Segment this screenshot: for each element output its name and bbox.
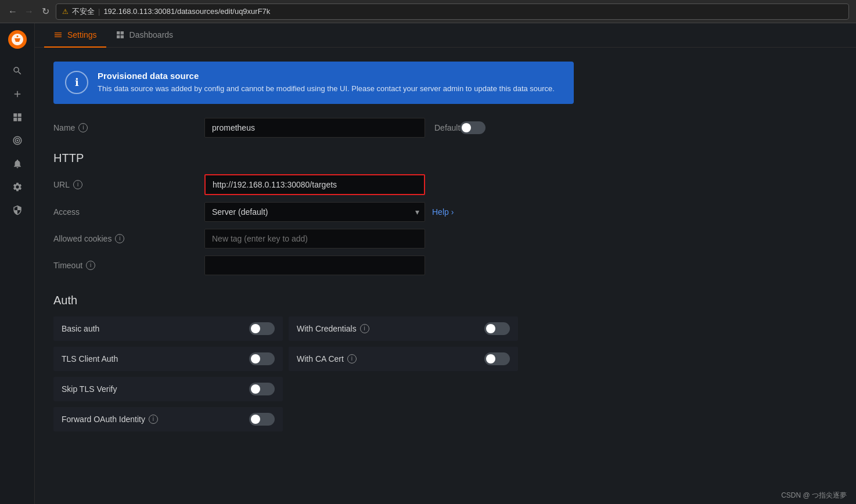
- grafana-logo[interactable]: [6, 28, 29, 51]
- with-ca-cert-row: With CA Cert i: [289, 347, 518, 371]
- name-info-icon[interactable]: i: [78, 123, 88, 132]
- with-ca-cert-label: With CA Cert i: [297, 354, 357, 363]
- skip-tls-verify-toggle[interactable]: [249, 383, 275, 395]
- main-content: Settings Dashboards ℹ Provisioned data s…: [35, 23, 856, 504]
- forward-oauth-info-icon[interactable]: i: [149, 415, 158, 424]
- sidebar-item-settings[interactable]: [7, 177, 28, 197]
- url-separator: |: [98, 7, 100, 16]
- tls-client-auth-label: TLS Client Auth: [62, 354, 118, 363]
- sidebar-item-search[interactable]: [7, 60, 28, 81]
- provision-text: Provisioned data source This data source…: [98, 71, 555, 95]
- auth-heading: Auth: [53, 294, 574, 307]
- basic-auth-label: Basic auth: [62, 324, 99, 333]
- security-warning-icon: ⚠: [62, 8, 69, 16]
- allowed-cookies-label: Allowed cookies i: [53, 234, 204, 243]
- allowed-cookies-info-icon[interactable]: i: [115, 234, 124, 243]
- with-credentials-label: With Credentials i: [297, 324, 369, 333]
- provision-title: Provisioned data source: [98, 71, 555, 81]
- app-wrapper: Settings Dashboards ℹ Provisioned data s…: [0, 23, 856, 504]
- forward-oauth-label: Forward OAuth Identity i: [62, 415, 158, 424]
- sidebar-item-add[interactable]: [7, 84, 28, 105]
- tls-client-auth-row: TLS Client Auth: [53, 347, 283, 371]
- url-row: URL i: [53, 174, 574, 195]
- sidebar-item-alerts[interactable]: [7, 153, 28, 174]
- default-toggle[interactable]: [460, 121, 485, 134]
- basic-auth-row: Basic auth: [53, 316, 283, 341]
- url-input-wrapper: [204, 174, 425, 195]
- url-text: 192.168.0.113:30081/datasources/edit/uq9…: [103, 7, 270, 16]
- footer-text: CSDN @ つ指尖逐夢: [781, 491, 847, 499]
- url-label: URL i: [53, 180, 204, 189]
- with-ca-cert-info-icon[interactable]: i: [347, 354, 357, 363]
- sidebar-item-shield[interactable]: [7, 200, 28, 221]
- forward-oauth-toggle[interactable]: [249, 413, 275, 426]
- access-label: Access: [53, 207, 204, 217]
- content-area: ℹ Provisioned data source This data sour…: [35, 48, 592, 445]
- sidebar-item-explore[interactable]: [7, 130, 28, 151]
- tab-dashboards[interactable]: Dashboards: [106, 23, 183, 48]
- reload-button[interactable]: ↻: [39, 6, 51, 17]
- provision-description: This data source was added by config and…: [98, 83, 555, 95]
- tab-bar: Settings Dashboards: [35, 23, 856, 48]
- back-button[interactable]: ←: [7, 6, 19, 17]
- sidebar-item-dashboards[interactable]: [7, 107, 28, 128]
- timeout-label: Timeout i: [53, 261, 204, 270]
- toggle-thumb: [462, 123, 471, 132]
- browser-chrome: ← → ↻ ⚠ 不安全 | 192.168.0.113:30081/dataso…: [0, 0, 856, 23]
- forward-button[interactable]: →: [23, 6, 35, 17]
- security-warning-text: 不安全: [72, 6, 95, 17]
- auth-grid-empty: [289, 377, 518, 401]
- svg-point-0: [8, 30, 27, 49]
- with-credentials-toggle[interactable]: [484, 322, 510, 335]
- timeout-row: Timeout i: [53, 255, 574, 275]
- forward-oauth-row: Forward OAuth Identity i: [53, 407, 283, 431]
- name-input[interactable]: [204, 118, 425, 138]
- address-bar: ⚠ 不安全 | 192.168.0.113:30081/datasources/…: [56, 3, 849, 20]
- url-info-icon[interactable]: i: [73, 180, 82, 189]
- bottom-bar: CSDN @ つ指尖逐夢: [772, 487, 856, 504]
- with-credentials-info-icon[interactable]: i: [360, 324, 369, 333]
- http-heading: HTTP: [53, 152, 574, 165]
- with-credentials-row: With Credentials i: [289, 316, 518, 341]
- timeout-input[interactable]: [204, 255, 425, 275]
- allowed-cookies-input[interactable]: [204, 229, 425, 249]
- name-label: Name i: [53, 123, 204, 132]
- default-label: Default: [434, 123, 460, 132]
- provision-banner: ℹ Provisioned data source This data sour…: [53, 62, 574, 104]
- allowed-cookies-row: Allowed cookies i: [53, 229, 574, 249]
- access-select-wrapper: Server (default) Browser ▾: [204, 202, 425, 222]
- access-row: Access Server (default) Browser ▾ Help ›: [53, 202, 574, 222]
- tab-settings[interactable]: Settings: [44, 23, 106, 48]
- url-input[interactable]: [206, 175, 424, 194]
- skip-tls-verify-row: Skip TLS Verify: [53, 377, 283, 401]
- basic-auth-toggle[interactable]: [249, 322, 275, 335]
- skip-tls-verify-label: Skip TLS Verify: [62, 384, 117, 394]
- access-select[interactable]: Server (default) Browser: [204, 202, 425, 222]
- help-arrow: ›: [451, 207, 454, 217]
- name-row: Name i Default: [53, 118, 574, 138]
- tls-client-auth-toggle[interactable]: [249, 352, 275, 365]
- timeout-info-icon[interactable]: i: [86, 261, 95, 270]
- sidebar: [0, 23, 35, 504]
- with-ca-cert-toggle[interactable]: [484, 352, 510, 365]
- provision-info-icon: ℹ: [65, 71, 88, 94]
- auth-grid: Basic auth With Credentials i: [53, 316, 518, 431]
- help-link[interactable]: Help ›: [432, 207, 454, 217]
